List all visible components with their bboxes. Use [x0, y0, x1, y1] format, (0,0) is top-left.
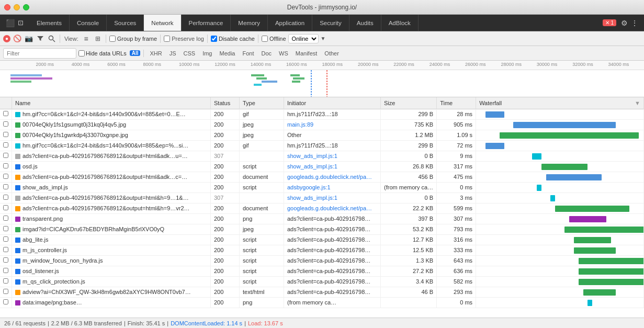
filter-img[interactable]: Img [200, 50, 214, 57]
th-initiator[interactable]: Initiator [284, 97, 381, 109]
clear-button[interactable]: 🚫 [13, 34, 22, 43]
list-view-button[interactable]: ≡ [82, 34, 91, 43]
table-row[interactable]: m_window_focus_non_hydra.js 200 script a… [0, 255, 644, 266]
row-checkbox[interactable] [3, 205, 8, 210]
filter-ws[interactable]: WS [276, 50, 291, 57]
table-row[interactable]: ads?client=ca-pub-4029167986768912&outpu… [0, 203, 644, 213]
tab-memory[interactable]: Memory [231, 15, 268, 31]
hide-data-urls-checkbox[interactable] [78, 50, 85, 56]
disable-cache-label[interactable]: Disable cache [211, 36, 255, 42]
timeline-graph[interactable] [0, 70, 644, 97]
dock-icon[interactable]: ⊡ [18, 19, 24, 27]
filter-toggle-button[interactable] [36, 34, 45, 43]
initiator-link[interactable]: googleads.g.doubleclick.net/pa… [287, 174, 372, 180]
group-by-frame-label[interactable]: Group by frame [109, 36, 157, 42]
row-checkbox[interactable] [3, 289, 8, 294]
table-row[interactable]: abg_lite.js 200 script ads?client=ca-pub… [0, 234, 644, 245]
offline-label[interactable]: Offline [262, 36, 286, 42]
table-row[interactable]: 00704eQkly1fs1gsumgt0j31kq0j4qv5.jpg 200… [0, 119, 644, 130]
row-checkbox[interactable] [3, 257, 8, 263]
filter-media[interactable]: Media [217, 50, 238, 57]
tab-application[interactable]: Application [268, 15, 312, 31]
table-row[interactable]: ads?client=ca-pub-4029167986768912&outpu… [0, 172, 644, 182]
filter-input[interactable] [3, 48, 76, 59]
minimize-button[interactable] [14, 4, 20, 10]
network-throttle-dropdown[interactable]: ▼ [321, 36, 326, 41]
network-throttle-select[interactable]: Online [288, 34, 319, 43]
row-checkbox[interactable] [3, 153, 8, 158]
row-checkbox[interactable] [3, 195, 8, 200]
tab-adblock[interactable]: AdBlock [381, 15, 419, 31]
row-checkbox[interactable] [3, 132, 8, 137]
th-status[interactable]: Status [211, 97, 240, 109]
table-row[interactable]: hm.gif?cc=0&ck=1&cl=24-bit&ds=1440x900&v… [0, 140, 644, 151]
group-by-frame-checkbox[interactable] [109, 36, 116, 42]
row-checkbox[interactable] [3, 236, 8, 242]
tab-elements[interactable]: Elements [29, 15, 70, 31]
maximize-button[interactable] [23, 4, 29, 10]
hide-data-urls-label[interactable]: Hide data URLs [78, 50, 127, 56]
th-name[interactable]: Name [12, 97, 211, 109]
initiator-link[interactable]: adsbygoogle.js:1 [287, 184, 331, 190]
preserve-log-checkbox[interactable] [164, 36, 170, 42]
preserve-log-label[interactable]: Preserve log [164, 36, 204, 42]
table-row[interactable]: hm.gif?cc=0&ck=1&cl=24-bit&ds=1440x900&v… [0, 109, 644, 119]
search-button[interactable] [47, 34, 57, 43]
elements-icon[interactable]: ⬛ [6, 19, 15, 27]
th-waterfall[interactable]: Waterfall ▼ [476, 97, 644, 109]
initiator-link[interactable]: show_ads_impl.js:1 [287, 195, 337, 201]
offline-checkbox[interactable] [262, 36, 268, 42]
filter-font[interactable]: Font [240, 50, 256, 57]
table-row[interactable]: m_js_controller.js 200 script ads?client… [0, 245, 644, 255]
row-checkbox[interactable] [3, 121, 8, 127]
th-size[interactable]: Size [381, 97, 437, 109]
tab-audits[interactable]: Audits [349, 15, 381, 31]
filter-other[interactable]: Other [322, 50, 342, 57]
row-checkbox[interactable] [3, 226, 8, 231]
row-checkbox[interactable] [3, 174, 8, 179]
row-checkbox[interactable] [3, 111, 8, 116]
close-button[interactable] [4, 4, 10, 10]
settings-icon[interactable]: ⚙ [621, 19, 628, 27]
table-row[interactable]: data:image/png;base… 200 png (from memor… [0, 297, 644, 308]
row-checkbox[interactable] [3, 268, 8, 273]
filter-manifest[interactable]: Manifest [293, 50, 320, 57]
network-table-container[interactable]: Name Status Type Initiator Size Time Wat… [0, 97, 644, 318]
table-row[interactable]: adview?ai=ChlX3WF_QW-3kH8m6gwb82aXYC9HW8… [0, 287, 644, 297]
row-checkbox[interactable] [3, 184, 8, 189]
tab-performance[interactable]: Performance [182, 15, 231, 31]
tab-console[interactable]: Console [70, 15, 107, 31]
filter-js[interactable]: JS [167, 50, 179, 57]
initiator-link[interactable]: main.js:89 [287, 121, 313, 128]
row-checkbox[interactable] [3, 299, 8, 304]
screenshot-button[interactable]: 📷 [24, 34, 33, 43]
grid-view-button[interactable]: ⊞ [93, 34, 103, 43]
table-row[interactable]: ads?client=ca-pub-4029167986768912&outpu… [0, 193, 644, 203]
all-filter-badge[interactable]: All [130, 50, 141, 56]
row-checkbox[interactable] [3, 278, 8, 284]
filter-doc[interactable]: Doc [258, 50, 274, 57]
tab-security[interactable]: Security [312, 15, 349, 31]
table-row[interactable]: osd.js 200 script show_ads_impl.js:1 26.… [0, 161, 644, 172]
table-row[interactable]: 00704eQkly1fs1gwrkdp4j33070xgnpe.jpg 200… [0, 130, 644, 140]
filter-xhr[interactable]: XHR [147, 50, 164, 57]
row-checkbox[interactable] [3, 163, 8, 168]
table-row[interactable]: imgad?id=CICAgKDru67bEBDYBRhaMginB5rlXVO… [0, 224, 644, 234]
disable-cache-checkbox[interactable] [211, 36, 217, 42]
more-icon[interactable]: ⋮ [631, 19, 638, 27]
row-checkbox[interactable] [3, 216, 8, 221]
table-row[interactable]: ads?client=ca-pub-4029167986768912&outpu… [0, 151, 644, 161]
initiator-link[interactable]: show_ads_impl.js:1 [287, 163, 337, 169]
table-row[interactable]: osd_listener.js 200 script ads?client=ca… [0, 266, 644, 276]
th-time[interactable]: Time [437, 97, 476, 109]
row-checkbox[interactable] [3, 142, 8, 148]
table-row[interactable]: m_qs_click_protection.js 200 script ads?… [0, 276, 644, 287]
th-type[interactable]: Type [240, 97, 284, 109]
tab-sources[interactable]: Sources [107, 15, 144, 31]
record-button[interactable]: ● [3, 35, 10, 42]
initiator-link[interactable]: googleads.g.doubleclick.net/pa… [287, 205, 372, 211]
initiator-link[interactable]: show_ads_impl.js:1 [287, 153, 337, 159]
row-checkbox[interactable] [3, 247, 8, 252]
table-row[interactable]: show_ads_impl.js 200 script adsbygoogle.… [0, 182, 644, 193]
filter-css[interactable]: CSS [181, 50, 198, 57]
